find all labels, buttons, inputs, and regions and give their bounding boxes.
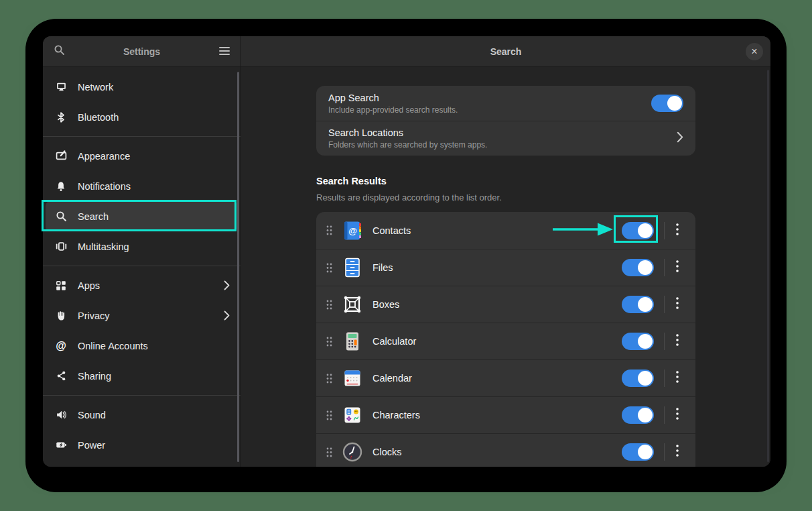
multitasking-icon xyxy=(55,241,67,253)
sidebar-list: Network Bluetooth Appearance Notific xyxy=(43,67,241,467)
main-panel: Search × App Search Include app-provided… xyxy=(241,36,770,467)
app-name: Calculator xyxy=(373,336,622,347)
drag-handle-icon[interactable] xyxy=(326,337,333,347)
sidebar-item-label: Notifications xyxy=(78,181,131,192)
kebab-icon xyxy=(676,297,679,312)
sidebar-item-apps[interactable]: Apps xyxy=(46,270,238,300)
drag-handle-icon[interactable] xyxy=(326,410,333,420)
app-row-calculator: Calculator xyxy=(316,323,695,359)
files-app-icon xyxy=(342,257,363,278)
more-options-button[interactable] xyxy=(668,258,687,277)
search-icon xyxy=(54,44,65,58)
sidebar-item-label: Online Accounts xyxy=(78,341,148,351)
sidebar-item-label: Bluetooth xyxy=(78,112,119,123)
calculator-toggle[interactable] xyxy=(622,333,654,350)
app-row-boxes: Boxes xyxy=(316,286,695,323)
sidebar-item-sound[interactable]: Sound xyxy=(46,400,238,430)
clocks-toggle[interactable] xyxy=(622,443,654,461)
row-separator xyxy=(664,406,665,424)
close-button[interactable]: × xyxy=(746,43,763,60)
row-separator xyxy=(664,333,665,350)
row-separator xyxy=(664,259,665,276)
sidebar-item-label: Apps xyxy=(78,280,100,291)
search-results-subtitle: Results are displayed according to the l… xyxy=(316,192,695,203)
drag-handle-icon[interactable] xyxy=(326,300,333,310)
app-row-calendar: Calendar xyxy=(316,359,695,396)
search-locations-title: Search Locations xyxy=(328,127,667,138)
more-options-button[interactable] xyxy=(668,332,687,351)
search-icon xyxy=(55,211,67,223)
chevron-right-icon xyxy=(224,310,230,321)
search-results-section: Search Results Results are displayed acc… xyxy=(316,176,695,203)
network-icon xyxy=(55,81,67,93)
hamburger-icon xyxy=(219,46,230,58)
search-settings-card: App Search Include app-provided search r… xyxy=(316,86,695,156)
app-search-row: App Search Include app-provided search r… xyxy=(316,86,695,121)
sidebar-item-label: Search xyxy=(78,211,109,222)
sidebar-item-sharing[interactable]: Sharing xyxy=(46,361,238,391)
search-results-heading: Search Results xyxy=(316,176,695,186)
drag-handle-icon[interactable] xyxy=(326,447,333,457)
more-options-button[interactable] xyxy=(668,369,687,388)
sidebar-scrollbar[interactable] xyxy=(237,72,239,462)
sidebar-item-appearance[interactable]: Appearance xyxy=(46,141,238,171)
sidebar-divider xyxy=(43,395,241,396)
sidebar-item-label: Network xyxy=(78,82,113,93)
sidebar-item-online-accounts[interactable]: @ Online Accounts xyxy=(46,331,238,361)
bluetooth-icon xyxy=(55,111,67,123)
contacts-toggle[interactable] xyxy=(622,222,654,239)
appearance-icon xyxy=(55,150,67,162)
app-search-toggle[interactable] xyxy=(651,95,683,112)
bell-icon xyxy=(55,180,67,192)
app-name: Boxes xyxy=(373,299,622,310)
clocks-app-icon xyxy=(342,441,363,463)
main-content: App Search Include app-provided search r… xyxy=(241,67,770,467)
share-icon xyxy=(55,370,67,382)
settings-window: Settings Network Bluetooth xyxy=(43,36,770,467)
app-row-clocks: Clocks xyxy=(316,433,695,467)
app-name: Calendar xyxy=(373,373,622,384)
boxes-toggle[interactable] xyxy=(622,296,654,313)
app-name: Files xyxy=(373,262,622,273)
files-toggle[interactable] xyxy=(622,259,654,276)
sidebar-item-privacy[interactable]: Privacy xyxy=(46,300,238,331)
drag-handle-icon[interactable] xyxy=(326,263,333,273)
app-row-contacts: @ Contacts xyxy=(316,212,695,249)
app-name: Characters xyxy=(373,410,622,420)
kebab-icon xyxy=(676,371,679,386)
calculator-app-icon xyxy=(342,331,363,352)
contacts-app-icon: @ xyxy=(342,220,363,241)
sidebar-item-label: Sound xyxy=(78,410,106,420)
more-options-button[interactable] xyxy=(668,295,687,314)
kebab-icon xyxy=(676,408,679,422)
sidebar-item-label: Appearance xyxy=(78,151,130,162)
sidebar-item-notifications[interactable]: Notifications xyxy=(46,171,238,201)
close-icon: × xyxy=(751,46,757,57)
menu-button[interactable] xyxy=(214,41,235,62)
sidebar-item-network[interactable]: Network xyxy=(46,72,238,102)
search-results-list: @ Contacts xyxy=(316,212,695,467)
boxes-app-icon xyxy=(342,294,363,315)
kebab-icon xyxy=(676,445,679,459)
characters-toggle[interactable] xyxy=(622,406,654,424)
sidebar-item-multitasking[interactable]: Multitasking xyxy=(46,231,238,262)
main-headerbar: Search × xyxy=(241,36,770,67)
sidebar-item-power[interactable]: Power xyxy=(46,430,238,460)
drag-handle-icon[interactable] xyxy=(326,225,333,235)
battery-icon xyxy=(55,439,67,451)
row-separator xyxy=(664,222,665,239)
sidebar-item-bluetooth[interactable]: Bluetooth xyxy=(46,102,238,132)
drag-handle-icon[interactable] xyxy=(326,374,333,384)
calendar-toggle[interactable] xyxy=(622,370,654,387)
sidebar-item-label: Multitasking xyxy=(78,241,129,252)
more-options-button[interactable] xyxy=(668,406,687,424)
search-button[interactable] xyxy=(48,41,70,62)
sidebar-item-search[interactable]: Search xyxy=(46,201,238,231)
more-options-button[interactable] xyxy=(668,221,687,240)
chevron-right-icon xyxy=(224,280,230,290)
app-row-files: Files xyxy=(316,249,695,286)
main-scrollbar[interactable] xyxy=(767,70,769,462)
more-options-button[interactable] xyxy=(668,443,687,461)
search-locations-row[interactable]: Search Locations Folders which are searc… xyxy=(316,121,695,156)
sidebar-item-label: Privacy xyxy=(78,310,110,321)
